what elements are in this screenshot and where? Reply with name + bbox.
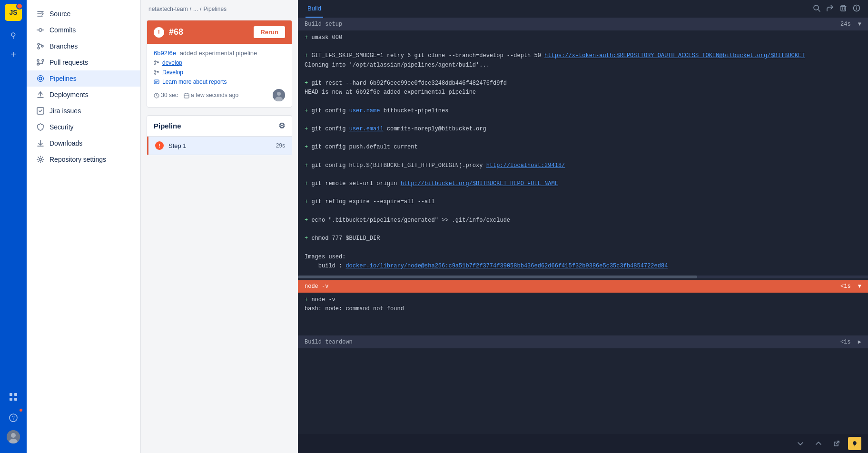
pipeline-settings-icon[interactable]: ⚙ xyxy=(278,121,285,130)
run-user-avatar xyxy=(273,89,285,101)
security-icon xyxy=(36,123,45,131)
pipeline-section-header: Pipeline ⚙ xyxy=(147,116,292,137)
branches-icon xyxy=(36,42,45,50)
deployments-icon xyxy=(36,90,45,99)
sidebar-item-jira-issues[interactable]: Jira issues xyxy=(27,103,140,119)
error-section-header[interactable]: node -v <1s ▼ xyxy=(298,280,868,293)
sidebar: Source Commits Branches Pull requests Pi… xyxy=(27,0,141,453)
build-setup-time: 24s ▼ xyxy=(840,21,861,28)
run-time-ago: a few seconds ago xyxy=(184,92,238,98)
sidebar-item-repository-settings[interactable]: Repository settings xyxy=(27,151,140,167)
proxy-link[interactable]: http://localhost:29418/ xyxy=(486,162,565,169)
branch-link-develop[interactable]: develop xyxy=(162,59,182,66)
error-icon-run: ! xyxy=(154,27,164,38)
error-command-label: node -v xyxy=(305,283,328,290)
report-icon xyxy=(154,79,159,85)
svg-rect-26 xyxy=(154,80,159,84)
run-header: ! #68 Rerun xyxy=(147,20,292,44)
delete-icon[interactable] xyxy=(839,4,847,14)
build-setup-header[interactable]: Build setup 24s ▼ xyxy=(298,18,868,30)
info-icon[interactable] xyxy=(853,4,860,14)
commit-message: added experimental pipeline xyxy=(180,49,257,57)
svg-rect-1 xyxy=(14,393,17,396)
app-logo[interactable]: JS xyxy=(5,4,22,21)
breadcrumb-dots[interactable]: ... xyxy=(193,6,198,12)
apps-icon[interactable] xyxy=(5,388,22,405)
docker-link[interactable]: docker.io/library/node@sha256:c9a51b7f2f… xyxy=(345,263,668,269)
svg-point-41 xyxy=(856,6,857,7)
scroll-bar[interactable] xyxy=(298,276,868,278)
run-duration: 30 sec xyxy=(154,92,178,98)
svg-point-17 xyxy=(38,76,44,82)
lightbulb-icon[interactable] xyxy=(848,437,861,450)
svg-rect-36 xyxy=(841,6,846,11)
username-link[interactable]: user.name xyxy=(349,108,380,114)
step-label: Step 1 xyxy=(168,142,187,149)
step-error-icon: ! xyxy=(155,141,164,150)
middle-panel: netaxtech-team / ... / Pipelines ! #68 R… xyxy=(141,0,298,453)
sidebar-item-branches[interactable]: Branches xyxy=(27,38,140,54)
clone-link[interactable]: https://x-token-auth:$REPOSITORY_OAUTH_A… xyxy=(544,52,805,59)
teardown-time: <1s ▶ xyxy=(840,338,861,345)
pipelines-icon xyxy=(36,74,45,83)
search-log-icon[interactable] xyxy=(813,4,820,14)
svg-rect-2 xyxy=(10,398,12,401)
svg-text:?: ? xyxy=(12,415,15,421)
help-icon[interactable]: ? xyxy=(5,409,22,426)
step-row[interactable]: ! Step 1 29s xyxy=(147,137,292,155)
branch-icon-2 xyxy=(154,69,159,75)
breadcrumb-pipelines: Pipelines xyxy=(203,6,227,12)
svg-point-16 xyxy=(39,77,42,80)
build-setup-label: Build setup xyxy=(305,21,342,28)
sidebar-item-source[interactable]: Source xyxy=(27,6,140,22)
build-log[interactable]: Build setup 24s ▼ + umask 000 + GIT_LFS_… xyxy=(298,18,868,434)
rerun-button[interactable]: Rerun xyxy=(254,26,285,38)
breadcrumb-team[interactable]: netaxtech-team xyxy=(148,6,188,12)
svg-rect-3 xyxy=(14,398,17,401)
search-icon[interactable]: ⚲ xyxy=(5,27,22,44)
run-number: #68 xyxy=(169,27,183,37)
share-icon[interactable] xyxy=(826,4,834,14)
svg-point-19 xyxy=(39,158,42,161)
build-panel: Build Build setup 24s ▼ xyxy=(298,0,868,453)
build-setup-content: + umask 000 + GIT_LFS_SKIP_SMUDGE=1 retr… xyxy=(298,30,868,274)
scroll-down-icon[interactable] xyxy=(794,437,807,450)
run-card: ! #68 Rerun 6b92f6e added experimental p… xyxy=(147,20,292,108)
svg-rect-0 xyxy=(10,393,12,396)
svg-point-6 xyxy=(39,29,42,31)
origin-link[interactable]: http://bitbucket.org/$BITBUCKET_REPO_FUL… xyxy=(401,180,558,187)
build-tab-actions xyxy=(813,4,860,14)
commit-hash-link[interactable]: 6b92f6e xyxy=(154,49,176,57)
branch-icon xyxy=(154,60,159,66)
source-icon xyxy=(36,10,45,18)
svg-rect-30 xyxy=(184,94,189,98)
downloads-icon xyxy=(36,139,45,148)
icon-bar: JS ⚲ + ? xyxy=(0,0,27,453)
clock-icon xyxy=(154,93,159,98)
sidebar-item-downloads[interactable]: Downloads xyxy=(27,135,140,151)
build-tabs: Build xyxy=(298,0,868,18)
sidebar-item-pipelines[interactable]: Pipelines xyxy=(27,70,140,87)
teardown-label: Build teardown xyxy=(305,339,353,345)
branch-link-Develop[interactable]: Develop xyxy=(162,69,183,76)
bottom-toolbar xyxy=(298,434,868,453)
pull-requests-icon xyxy=(36,58,45,67)
user-avatar[interactable] xyxy=(7,430,20,443)
sidebar-item-commits[interactable]: Commits xyxy=(27,22,140,38)
tab-build[interactable]: Build xyxy=(306,0,323,18)
external-link-icon[interactable] xyxy=(830,437,843,450)
jira-icon xyxy=(36,107,45,115)
sidebar-item-security[interactable]: Security xyxy=(27,119,140,135)
error-section-content: + node -v bash: node: command not found xyxy=(298,293,868,316)
sidebar-item-pull-requests[interactable]: Pull requests xyxy=(27,54,140,70)
build-teardown[interactable]: Build teardown <1s ▶ xyxy=(298,335,868,348)
run-body: 6b92f6e added experimental pipeline deve… xyxy=(147,44,292,107)
scroll-up-icon[interactable] xyxy=(812,437,825,450)
svg-line-35 xyxy=(818,10,820,11)
add-icon[interactable]: + xyxy=(5,46,22,63)
sidebar-item-deployments[interactable]: Deployments xyxy=(27,87,140,103)
pipeline-section: Pipeline ⚙ ! Step 1 29s xyxy=(147,115,292,155)
reports-link[interactable]: Learn more about reports xyxy=(162,79,227,85)
useremail-link[interactable]: user.email xyxy=(349,126,384,132)
breadcrumb: netaxtech-team / ... / Pipelines xyxy=(141,0,298,16)
